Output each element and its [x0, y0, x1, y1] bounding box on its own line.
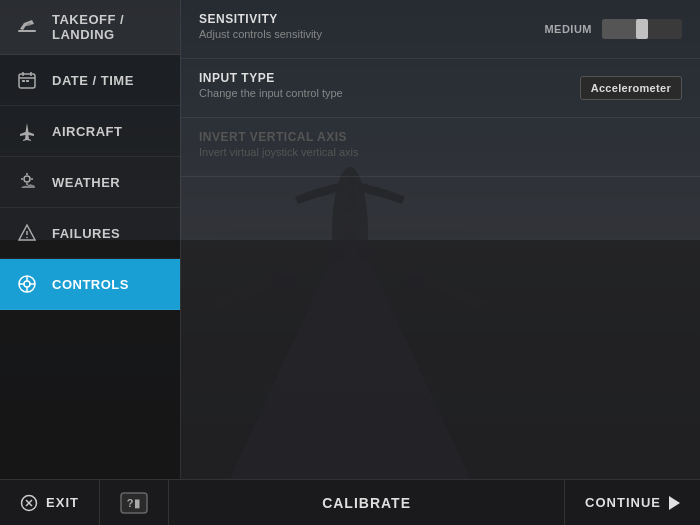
exit-icon — [20, 494, 38, 512]
sidebar-label-takeoff-landing: TAKEOFF / LANDING — [52, 12, 166, 42]
sidebar-item-date-time[interactable]: DATE / TIME — [0, 55, 180, 106]
input-type-desc: Change the input control type — [199, 87, 580, 99]
weather-icon — [14, 169, 40, 195]
sensitivity-control: MEDIUM — [532, 19, 682, 39]
sidebar-item-failures[interactable]: FAILURES — [0, 208, 180, 259]
bottom-bar: EXIT ?▮ CALIBRATE CONTINUE — [0, 479, 700, 525]
sensitivity-desc: Adjust controls sensitivity — [199, 28, 532, 40]
input-type-title: INPUT TYPE — [199, 71, 580, 85]
sensitivity-title: SENSITIVITY — [199, 12, 532, 26]
sidebar-item-controls[interactable]: CONTROLS — [0, 259, 180, 310]
continue-button[interactable]: CONTINUE — [565, 480, 700, 525]
aircraft-icon — [14, 118, 40, 144]
exit-label: EXIT — [46, 495, 79, 510]
svg-text:?▮: ?▮ — [127, 497, 142, 509]
controls-icon — [14, 271, 40, 297]
calibrate-button[interactable]: CALIBRATE — [169, 480, 565, 525]
sidebar-label-aircraft: AIRCRAFT — [52, 124, 122, 139]
svg-rect-4 — [18, 30, 36, 32]
sensitivity-value: MEDIUM — [532, 23, 592, 35]
help-icon: ?▮ — [120, 492, 148, 514]
sidebar-label-controls: CONTROLS — [52, 277, 129, 292]
svg-rect-9 — [22, 80, 25, 82]
input-type-button[interactable]: Accelerometer — [580, 76, 682, 100]
sensitivity-row: SENSITIVITY Adjust controls sensitivity … — [181, 0, 700, 59]
invert-vertical-desc: Invert virtual joystick vertical axis — [199, 146, 682, 158]
svg-point-11 — [24, 176, 30, 182]
invert-vertical-title: INVERT VERTICAL AXIS — [199, 130, 682, 144]
calendar-icon — [14, 67, 40, 93]
sidebar-label-failures: FAILURES — [52, 226, 120, 241]
continue-label: CONTINUE — [585, 495, 661, 510]
calibrate-label: CALIBRATE — [322, 495, 411, 511]
sidebar-item-aircraft[interactable]: AIRCRAFT — [0, 106, 180, 157]
invert-vertical-row: INVERT VERTICAL AXIS Invert virtual joys… — [181, 118, 700, 177]
help-button[interactable]: ?▮ — [100, 480, 169, 525]
continue-play-icon — [669, 496, 680, 510]
slider-thumb[interactable] — [636, 19, 648, 39]
sensitivity-slider[interactable] — [602, 19, 682, 39]
sidebar-item-takeoff-landing[interactable]: TAKEOFF / LANDING — [0, 0, 180, 55]
sidebar-item-weather[interactable]: WEATHER — [0, 157, 180, 208]
failures-icon — [14, 220, 40, 246]
svg-rect-10 — [26, 80, 29, 82]
airplane-takeoff-icon — [14, 14, 40, 40]
input-type-row: INPUT TYPE Change the input control type… — [181, 59, 700, 118]
sidebar-label-date-time: DATE / TIME — [52, 73, 134, 88]
svg-point-17 — [26, 237, 28, 239]
sidebar: TAKEOFF / LANDING DATE / TIME — [0, 0, 180, 479]
sidebar-label-weather: WEATHER — [52, 175, 120, 190]
content-panel: SENSITIVITY Adjust controls sensitivity … — [180, 0, 700, 479]
svg-point-19 — [24, 281, 30, 287]
exit-button[interactable]: EXIT — [0, 480, 100, 525]
